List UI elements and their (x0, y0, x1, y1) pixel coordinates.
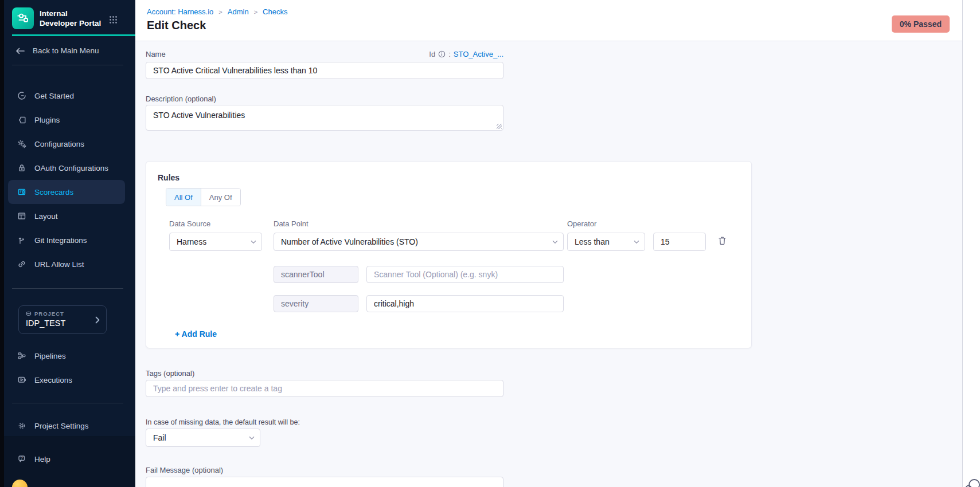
edit-check-form: Name Id : STO_Active_... Description (op… (135, 41, 962, 487)
get-started-icon (17, 91, 26, 100)
git-branch-icon (17, 235, 26, 245)
sidebar-item-project-settings[interactable]: Project Settings (8, 414, 125, 438)
right-panel-strip (962, 0, 980, 487)
sidebar-item-pipelines[interactable]: Pipelines (8, 344, 125, 368)
sidebar-nav-help: ? Help (8, 447, 125, 471)
breadcrumb-account[interactable]: Account: Harness.io (147, 7, 213, 16)
executions-icon (17, 375, 26, 384)
sidebar-item-oauth-configurations[interactable]: OAuth Configurations (8, 156, 125, 180)
data-source-select[interactable]: Harness (169, 233, 262, 251)
divider (12, 288, 123, 289)
nav-label: Get Started (34, 92, 74, 100)
id-colon: : (448, 50, 451, 58)
sidebar-item-help[interactable]: ? Help (8, 447, 125, 471)
nav-label: Pipelines (34, 352, 66, 360)
sidebar-nav: Get Started Plugins Configurations OAuth… (8, 84, 125, 276)
scorecards-icon (17, 187, 26, 197)
project-kicker: PROJECT (34, 311, 64, 317)
configurations-icon (17, 139, 26, 148)
id-label: Id (429, 50, 435, 58)
lock-icon (17, 163, 26, 172)
threshold-input[interactable] (653, 233, 706, 251)
breadcrumb-separator: > (218, 9, 222, 15)
rule-key-input-severity[interactable] (274, 295, 358, 312)
data-point-label: Data Point (274, 219, 309, 228)
chevron-down-icon (552, 240, 558, 244)
nav-label: Layout (34, 212, 58, 221)
info-icon[interactable] (438, 50, 446, 58)
nav-label: Help (34, 455, 50, 464)
tags-input[interactable] (146, 380, 503, 397)
id-value-link[interactable]: STO_Active_... (454, 50, 503, 58)
window-edge (0, 0, 4, 487)
chevron-down-icon (634, 240, 639, 244)
rule-value-input-severity[interactable] (366, 295, 564, 312)
project-icon (26, 311, 32, 317)
data-point-select[interactable]: Number of Active Vulnerabilities (STO) (274, 233, 564, 251)
sidebar-item-executions[interactable]: Executions (8, 368, 125, 392)
resize-handle[interactable] (497, 124, 502, 129)
operator-select[interactable]: Less than (567, 233, 645, 251)
fail-message-label: Fail Message (optional) (146, 466, 223, 474)
rules-title: Rules (158, 173, 179, 182)
add-rule-button[interactable]: + Add Rule (175, 329, 217, 339)
chevron-down-icon (249, 436, 255, 440)
user-avatar[interactable] (12, 480, 28, 487)
breadcrumb: Account: Harness.io > Admin > Checks (147, 7, 287, 16)
sidebar-item-plugins[interactable]: Plugins (8, 108, 125, 132)
project-selector[interactable]: PROJECT IDP_TEST (18, 305, 107, 334)
nav-label: Configurations (34, 140, 84, 148)
nav-label: Executions (34, 376, 72, 384)
description-label: Description (optional) (146, 95, 216, 103)
plugins-icon (17, 115, 26, 124)
app-title: Internal Developer Portal (40, 9, 104, 28)
sidebar-item-scorecards[interactable]: Scorecards (8, 180, 125, 204)
sidebar-item-layout[interactable]: Layout (8, 204, 125, 228)
name-label: Name (146, 50, 166, 58)
nav-label: URL Allow List (34, 260, 84, 269)
sidebar-item-url-allow-list[interactable]: URL Allow List (8, 252, 125, 276)
link-icon (17, 260, 26, 269)
description-textarea[interactable]: STO Active Vulnerabilities (146, 105, 503, 131)
passed-percentage-badge: 0% Passed (892, 15, 950, 33)
id-row: Id : STO_Active_... (429, 50, 503, 58)
page-header: Account: Harness.io > Admin > Checks Edi… (135, 0, 962, 41)
back-to-main-menu[interactable]: Back to Main Menu (15, 46, 99, 55)
data-point-value: Number of Active Vulnerabilities (STO) (281, 237, 418, 246)
rule-value-input-scannertool[interactable] (366, 266, 564, 283)
sidebar-footer: ? Help (0, 437, 135, 487)
arrow-left-icon (15, 47, 25, 55)
sidebar-item-get-started[interactable]: Get Started (8, 84, 125, 108)
tab-all-of[interactable]: All Of (166, 188, 201, 206)
svg-text:?: ? (21, 456, 23, 460)
widget-launcher-icon[interactable] (964, 476, 980, 487)
rule-key-input-scannertool[interactable] (274, 266, 358, 283)
name-input[interactable] (146, 62, 503, 79)
missing-data-select[interactable]: Fail (146, 429, 260, 447)
data-source-value: Harness (177, 237, 206, 246)
tab-any-of[interactable]: Any Of (201, 188, 240, 206)
nav-label: OAuth Configurations (34, 164, 108, 172)
description-value: STO Active Vulnerabilities (153, 111, 245, 120)
breadcrumb-checks[interactable]: Checks (263, 7, 287, 16)
app-switcher-icon[interactable] (109, 15, 118, 24)
sidebar-nav-settings: Project Settings (8, 414, 125, 438)
layout-icon (17, 211, 26, 221)
operator-value: Less than (575, 237, 610, 246)
project-name: IDP_TEST (26, 319, 100, 328)
missing-data-label: In case of missing data, the default res… (146, 418, 300, 426)
fail-message-input[interactable] (146, 477, 503, 487)
app-logo[interactable]: Internal Developer Portal (12, 7, 104, 29)
harness-idp-logo-icon (12, 7, 34, 29)
data-source-label: Data Source (169, 219, 210, 228)
sidebar-item-configurations[interactable]: Configurations (8, 132, 125, 156)
sidebar-nav-project: Pipelines Executions (8, 344, 125, 392)
operator-label: Operator (567, 219, 596, 228)
sidebar-item-git-integrations[interactable]: Git Integrations (8, 228, 125, 252)
rules-mode-tabs: All Of Any Of (166, 188, 241, 206)
nav-label: Plugins (34, 116, 60, 124)
breadcrumb-admin[interactable]: Admin (228, 7, 249, 16)
nav-label: Project Settings (34, 422, 89, 430)
chevron-right-icon (95, 316, 100, 324)
delete-rule-icon[interactable] (717, 235, 727, 246)
